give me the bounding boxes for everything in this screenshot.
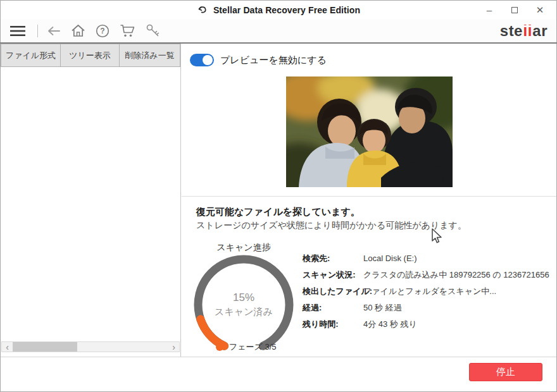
tab-file-format[interactable]: ファイル形式 bbox=[1, 44, 61, 67]
panel-divider bbox=[180, 44, 181, 357]
detail-label: 経過: bbox=[303, 300, 363, 316]
scan-gauge-wrap: 15% スキャン済み bbox=[193, 253, 294, 354]
detail-label: 検出したファイル: bbox=[303, 283, 363, 300]
toggle-knob bbox=[203, 55, 213, 65]
detail-value: 50 秒 経過 bbox=[363, 300, 553, 316]
scroll-left-icon[interactable]: ‹ bbox=[2, 342, 13, 352]
scan-details: 検索先: Local Disk (E:) スキャン状況: クラスタの読み込み中 … bbox=[303, 250, 553, 333]
tab-tree-view[interactable]: ツリー表示 bbox=[61, 44, 120, 67]
tab-deleted-list[interactable]: 削除済み一覧 bbox=[120, 44, 180, 67]
minimize-button[interactable]: – bbox=[477, 1, 502, 19]
window-title: Stellar Data Recovery Free Edition bbox=[213, 5, 360, 15]
section-divider bbox=[182, 196, 556, 197]
detail-label: 残り時間: bbox=[303, 316, 363, 333]
preview-toggle-label: プレビューを無効にする bbox=[220, 54, 327, 66]
title-bar: Stellar Data Recovery Free Edition – ✕ bbox=[1, 1, 556, 19]
detail-value: クラスタの読み込み中 189792256 の 1236721656 bbox=[363, 267, 553, 283]
help-icon[interactable]: ? bbox=[96, 24, 110, 38]
results-panel bbox=[1, 67, 180, 357]
status-heading: 復元可能なファイルを探しています。 bbox=[196, 206, 360, 218]
detail-value: Local Disk (E:) bbox=[363, 250, 553, 267]
maximize-button[interactable] bbox=[502, 1, 527, 19]
stop-button[interactable]: 停止 bbox=[469, 363, 542, 381]
preview-toggle[interactable] bbox=[190, 54, 214, 66]
preview-toggle-row: プレビューを無効にする bbox=[190, 54, 327, 66]
footer-bar: 停止 bbox=[1, 357, 556, 391]
close-button[interactable]: ✕ bbox=[527, 1, 553, 19]
gauge-title: スキャン進捗 bbox=[193, 242, 294, 254]
maximize-icon bbox=[511, 7, 518, 13]
cart-icon[interactable] bbox=[120, 24, 135, 38]
horizontal-scrollbar[interactable]: ‹ › bbox=[1, 341, 180, 352]
stellar-logo: stellar bbox=[500, 22, 548, 40]
status-subheading: ストレージのサイズや状態により時間がかかる可能性があります。 bbox=[196, 220, 466, 231]
detail-value: 4分 43 秒 残り bbox=[363, 316, 553, 333]
left-tabs: ファイル形式 ツリー表示 削除済み一覧 bbox=[1, 44, 180, 67]
scrollbar-track[interactable] bbox=[13, 342, 168, 352]
detail-value: ファイルとフォルダをスキャン中... bbox=[363, 283, 553, 300]
phase-dot-icon bbox=[216, 343, 223, 351]
scrollbar-thumb[interactable] bbox=[13, 342, 77, 352]
scroll-right-icon[interactable]: › bbox=[168, 342, 179, 352]
phase-label: フェーズ 3/5 bbox=[229, 341, 277, 353]
toolbar: ? stellar bbox=[1, 19, 556, 42]
toolbar-divider bbox=[37, 25, 38, 37]
return-arrow-icon bbox=[197, 5, 208, 15]
gauge-percent-label: スキャン済み bbox=[215, 306, 273, 318]
phase-row: フェーズ 3/5 bbox=[216, 341, 277, 353]
gauge-percent: 15% bbox=[233, 291, 254, 304]
app-window: { "window": { "title": "Stellar Data Rec… bbox=[0, 0, 557, 392]
detail-label: スキャン状況: bbox=[303, 267, 363, 283]
detail-label: 検索先: bbox=[303, 250, 363, 267]
back-arrow-icon[interactable] bbox=[47, 25, 61, 37]
key-icon[interactable] bbox=[146, 23, 160, 38]
preview-photo bbox=[286, 77, 453, 187]
menu-icon[interactable] bbox=[9, 25, 26, 37]
home-icon[interactable] bbox=[71, 24, 85, 37]
svg-text:?: ? bbox=[100, 27, 104, 35]
